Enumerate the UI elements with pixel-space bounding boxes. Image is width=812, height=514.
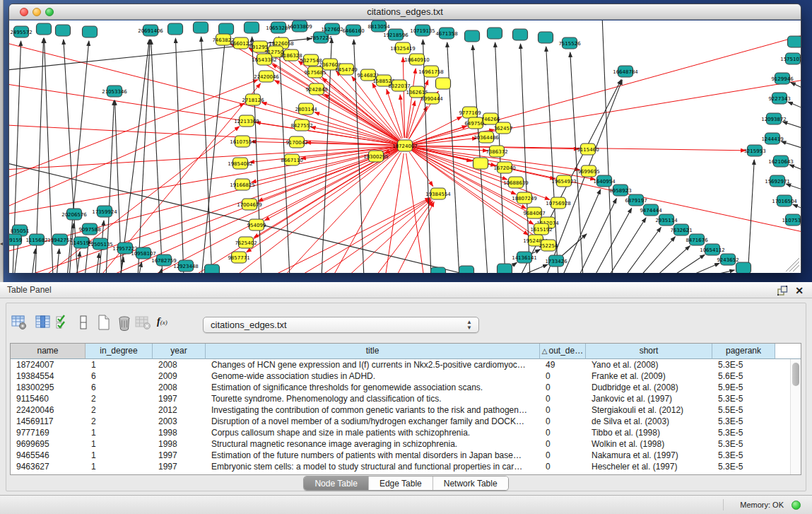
table-cell[interactable]: 0: [540, 370, 586, 382]
table-cell[interactable]: 2003: [153, 416, 206, 427]
network-node[interactable]: [465, 30, 480, 42]
table-cell[interactable]: 5.6E-5: [712, 370, 775, 382]
table-cell[interactable]: 1997: [153, 393, 206, 404]
delete-trash-icon[interactable]: [116, 314, 133, 331]
network-node[interactable]: 8471676: [686, 234, 708, 245]
network-edge[interactable]: [32, 249, 35, 273]
table-cell[interactable]: 1997: [153, 461, 206, 472]
table-cell[interactable]: 9699695: [11, 438, 86, 450]
network-view-window[interactable]: citations_edges.txt 24955722069140610653…: [8, 4, 801, 273]
network-node[interactable]: 19654923: [551, 175, 577, 187]
table-cell[interactable]: Tourette syndrome. Phenomenology and cla…: [206, 393, 540, 404]
network-edge[interactable]: [385, 153, 404, 273]
network-edge[interactable]: [624, 227, 661, 273]
network-node[interactable]: 6879197: [625, 194, 647, 206]
table-cell[interactable]: 6: [86, 382, 153, 393]
table-row[interactable]: 946554611997Estimation of the future num…: [11, 450, 801, 461]
network-edge[interactable]: [406, 101, 415, 139]
table-row[interactable]: 2242004622012Investigating the contribut…: [11, 404, 801, 416]
network-edge[interactable]: [786, 184, 801, 193]
network-edge[interactable]: [670, 255, 705, 273]
network-node[interactable]: 2495572: [10, 26, 32, 37]
network-node[interactable]: 10688639: [503, 177, 529, 188]
network-node[interactable]: 2718126: [242, 94, 264, 105]
table-row[interactable]: 1938455462009Genome-wide association stu…: [11, 370, 801, 382]
network-node[interactable]: 19854082: [228, 158, 253, 169]
network-node[interactable]: 362457: [494, 122, 513, 134]
table-cell[interactable]: Jankovic et al. (1997): [586, 393, 712, 404]
network-node[interactable]: 1244419: [761, 133, 783, 144]
table-cell[interactable]: Tibbo et al. (1998): [586, 427, 712, 438]
network-node[interactable]: 4671358: [435, 28, 457, 39]
table-cell[interactable]: 1998: [153, 438, 206, 450]
table-cell[interactable]: 6: [86, 370, 153, 382]
tab-edge-table[interactable]: Edge Table: [368, 477, 433, 490]
table-cell[interactable]: 18300295: [11, 382, 86, 393]
network-edge[interactable]: [139, 262, 141, 273]
network-node[interactable]: 9684067: [523, 207, 545, 218]
network-node[interactable]: [788, 36, 801, 47]
network-node[interactable]: 9097588: [78, 223, 100, 235]
table-cell[interactable]: Changes of HCN gene expression and I(f) …: [206, 359, 540, 370]
network-edge[interactable]: [788, 102, 801, 112]
table-cell[interactable]: Dudbridge et al. (2008): [586, 382, 712, 393]
network-node[interactable]: 1115682: [25, 234, 47, 245]
network-node[interactable]: [459, 266, 474, 273]
rows-icon[interactable]: [75, 314, 92, 331]
network-node[interactable]: 2935114: [655, 214, 678, 226]
network-node[interactable]: [56, 25, 71, 36]
network-edge[interactable]: [201, 38, 225, 273]
network-edge[interactable]: [782, 122, 801, 132]
table-cell[interactable]: Estimation of significance thresholds fo…: [206, 382, 540, 393]
column-header-outde[interactable]: △out_de…: [540, 344, 586, 359]
table-cell[interactable]: 1: [86, 427, 153, 438]
network-node[interactable]: [37, 23, 52, 35]
minimize-button[interactable]: [33, 8, 41, 16]
network-node[interactable]: 16648784: [613, 66, 638, 77]
network-node[interactable]: 12093872: [761, 113, 787, 124]
network-node[interactable]: [498, 264, 512, 273]
network-node[interactable]: 19166825: [230, 179, 255, 190]
table-cell[interactable]: Disruption of a novel member of a sodium…: [206, 416, 540, 427]
network-edge[interactable]: [57, 249, 59, 273]
network-canvas[interactable]: 2495572206914061065328716033809785722415…: [9, 21, 801, 273]
table-cell[interactable]: 2008: [153, 359, 206, 370]
network-edge[interactable]: [602, 21, 613, 273]
network-edge[interactable]: [654, 246, 690, 273]
scrollbar-thumb[interactable]: [792, 363, 799, 386]
table-cell[interactable]: Nakamura et al. (1997): [586, 450, 712, 461]
network-node[interactable]: 9227343: [768, 93, 790, 104]
network-node[interactable]: 10719135: [410, 25, 435, 36]
table-cell[interactable]: 5.3E-5: [712, 461, 775, 472]
network-node[interactable]: [539, 32, 553, 43]
network-node[interactable]: 17359924: [92, 206, 117, 217]
vertical-scrollbar[interactable]: [790, 359, 801, 474]
column-header-year[interactable]: year: [153, 344, 206, 359]
table-cell[interactable]: 18724007: [11, 359, 86, 370]
network-node[interactable]: 8813054: [367, 21, 390, 32]
table-cell[interactable]: 9463627: [11, 461, 86, 472]
network-node[interactable]: 10654112: [700, 244, 725, 255]
network-node[interactable]: [194, 22, 208, 33]
network-node[interactable]: 10756928: [546, 197, 571, 209]
table-cell[interactable]: 19384554: [11, 370, 86, 382]
table-cell[interactable]: Genome-wide association studies in ADHD.: [206, 370, 540, 382]
network-node[interactable]: 12923448: [173, 260, 199, 271]
network-node[interactable]: 16210643: [768, 156, 794, 167]
table-cell[interactable]: 5.3E-5: [712, 438, 775, 450]
column-header-pagerank[interactable]: pagerank: [712, 344, 775, 359]
network-edge[interactable]: [701, 270, 734, 273]
network-edge[interactable]: [406, 153, 424, 273]
new-document-icon[interactable]: [95, 314, 112, 331]
table-cell[interactable]: 5.9E-5: [712, 382, 775, 393]
network-node[interactable]: 21053346: [102, 86, 127, 97]
table-row[interactable]: 977716911998Corpus callosum shape and si…: [11, 427, 801, 438]
table-row[interactable]: 1456911722003Disruption of a novel membe…: [11, 416, 801, 427]
close-button[interactable]: [20, 8, 28, 16]
table-cell[interactable]: 1: [86, 438, 153, 450]
network-node[interactable]: 19218596: [383, 29, 408, 40]
table-cell[interactable]: 5.3E-5: [712, 450, 775, 461]
network-node[interactable]: 14136141: [512, 252, 537, 263]
table-cell[interactable]: 0: [540, 427, 586, 438]
network-node[interactable]: 20206576: [61, 209, 87, 220]
